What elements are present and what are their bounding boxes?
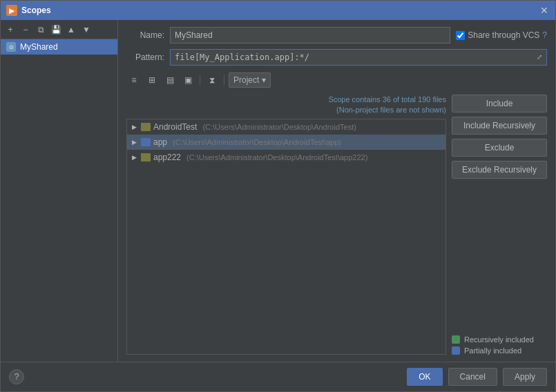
legend-partially-label: Partially included bbox=[464, 346, 521, 355]
main-area: Name: Share through VCS ? Pattern: ⤢ ≡ bbox=[118, 20, 555, 362]
exclude-recursively-button[interactable]: Exclude Recursively bbox=[452, 161, 547, 179]
dialog-title: Scopes bbox=[21, 6, 51, 15]
scope-list: ⊙ MyShared bbox=[1, 39, 117, 362]
apply-button[interactable]: Apply bbox=[503, 368, 547, 386]
scope-dropdown-label: Project bbox=[233, 75, 259, 85]
node-path-app222: (C:\Users\Administrator\Desktop\AndroidT… bbox=[186, 153, 367, 161]
scope-info-line1: Scope contains 36 of total 190 files bbox=[126, 95, 446, 105]
share-vcs-checkbox[interactable] bbox=[456, 31, 465, 40]
list-view-button[interactable]: ≡ bbox=[126, 72, 142, 88]
action-buttons: Include Include Recursively Exclude Excl… bbox=[452, 95, 547, 355]
exclude-button[interactable]: Exclude bbox=[452, 139, 547, 157]
node-path-app: (C:\Users\Administrator\Desktop\AndroidT… bbox=[173, 138, 341, 146]
legend-recursively-included: Recursively included bbox=[452, 335, 547, 344]
name-row: Name: Share through VCS ? bbox=[126, 27, 547, 43]
filter-button[interactable]: ⧗ bbox=[204, 72, 220, 88]
sidebar-item-label: MyShared bbox=[20, 42, 58, 52]
name-input[interactable] bbox=[170, 27, 450, 43]
add-scope-button[interactable]: + bbox=[3, 23, 17, 37]
legend-partially-included: Partially included bbox=[452, 346, 547, 355]
legend-recursively-label: Recursively included bbox=[464, 335, 534, 344]
folder-icon-androidtest bbox=[141, 123, 151, 131]
scope-icon: ⊙ bbox=[6, 42, 16, 52]
share-vcs-label: Share through VCS bbox=[468, 30, 539, 40]
share-vcs-help-icon[interactable]: ? bbox=[542, 30, 547, 40]
save-scope-button[interactable]: 💾 bbox=[49, 23, 63, 37]
node-name-androidtest: AndroidTest bbox=[153, 122, 197, 132]
sidebar: + − ⧉ 💾 ▲ ▼ ⊙ MyShared bbox=[1, 20, 118, 362]
ok-button[interactable]: OK bbox=[407, 368, 442, 386]
file-tree[interactable]: ▶ AndroidTest (C:\Users\Administrator\De… bbox=[126, 119, 446, 355]
scope-dropdown[interactable]: Project ▾ bbox=[229, 72, 271, 88]
tree-area: Scope contains 36 of total 190 files (No… bbox=[126, 95, 446, 355]
move-down-button[interactable]: ▼ bbox=[79, 23, 93, 37]
tree-arrow-app222: ▶ bbox=[130, 153, 138, 161]
node-path-androidtest: (C:\Users\Administrator\Desktop\AndroidT… bbox=[202, 123, 356, 131]
content-area: Scope contains 36 of total 190 files (No… bbox=[126, 95, 547, 355]
tree-toolbar: ≡ ⊞ ▤ ▣ ⧗ Project ▾ bbox=[126, 71, 547, 89]
tree-node-app222[interactable]: ▶ app222 (C:\Users\Administrator\Desktop… bbox=[127, 150, 445, 165]
legend-area: Recursively included Partially included bbox=[452, 335, 547, 355]
help-button[interactable]: ? bbox=[9, 369, 24, 384]
folder-icon-app222 bbox=[141, 153, 151, 161]
toolbar-separator bbox=[200, 75, 200, 86]
close-button[interactable]: ✕ bbox=[539, 5, 550, 16]
dialog-footer: ? OK Cancel Apply bbox=[1, 362, 555, 391]
pattern-row: Pattern: ⤢ bbox=[126, 49, 547, 66]
toolbar-separator-2 bbox=[224, 75, 224, 86]
compact-view-button[interactable]: ▣ bbox=[180, 72, 195, 88]
cancel-button[interactable]: Cancel bbox=[448, 368, 497, 386]
scope-info-line2: (Non-project files are not shown) bbox=[126, 105, 446, 115]
sidebar-toolbar: + − ⧉ 💾 ▲ ▼ bbox=[1, 20, 117, 39]
include-recursively-button[interactable]: Include Recursively bbox=[452, 117, 547, 135]
tree-arrow-app: ▶ bbox=[130, 138, 138, 146]
title-bar: ▶ Scopes ✕ bbox=[1, 1, 555, 20]
pattern-label: Pattern: bbox=[126, 52, 164, 62]
dialog-body: + − ⧉ 💾 ▲ ▼ ⊙ MyShared Name: bbox=[1, 20, 555, 362]
node-name-app222: app222 bbox=[153, 153, 181, 162]
include-button[interactable]: Include bbox=[452, 95, 547, 112]
pattern-input-wrapper: ⤢ bbox=[170, 49, 547, 66]
remove-scope-button[interactable]: − bbox=[19, 23, 32, 37]
tree-node-androidtest[interactable]: ▶ AndroidTest (C:\Users\Administrator\De… bbox=[127, 119, 445, 135]
tree-view-button[interactable]: ⊞ bbox=[144, 72, 160, 88]
scope-info: Scope contains 36 of total 190 files (No… bbox=[126, 95, 446, 116]
tree-arrow-androidtest: ▶ bbox=[130, 123, 138, 131]
expand-pattern-button[interactable]: ⤢ bbox=[533, 50, 546, 63]
folder-icon-app bbox=[141, 138, 151, 146]
footer-right: OK Cancel Apply bbox=[407, 368, 547, 386]
legend-dot-blue bbox=[452, 346, 460, 355]
legend-dot-green bbox=[452, 335, 460, 344]
flat-view-button[interactable]: ▤ bbox=[162, 72, 178, 88]
sidebar-item-myshared[interactable]: ⊙ MyShared bbox=[1, 39, 117, 55]
pattern-input[interactable] bbox=[170, 49, 547, 66]
tree-node-app[interactable]: ▶ app (C:\Users\Administrator\Desktop\An… bbox=[127, 135, 445, 150]
copy-scope-button[interactable]: ⧉ bbox=[34, 23, 48, 37]
chevron-down-icon: ▾ bbox=[262, 75, 266, 85]
scopes-dialog: ▶ Scopes ✕ + − ⧉ 💾 ▲ ▼ ⊙ MyShared bbox=[0, 0, 556, 392]
share-vcs-container: Share through VCS ? bbox=[456, 30, 547, 40]
footer-left: ? bbox=[9, 369, 24, 384]
dialog-icon: ▶ bbox=[6, 5, 17, 16]
move-up-button[interactable]: ▲ bbox=[64, 23, 78, 37]
node-name-app: app bbox=[153, 137, 167, 147]
name-label: Name: bbox=[126, 30, 164, 40]
